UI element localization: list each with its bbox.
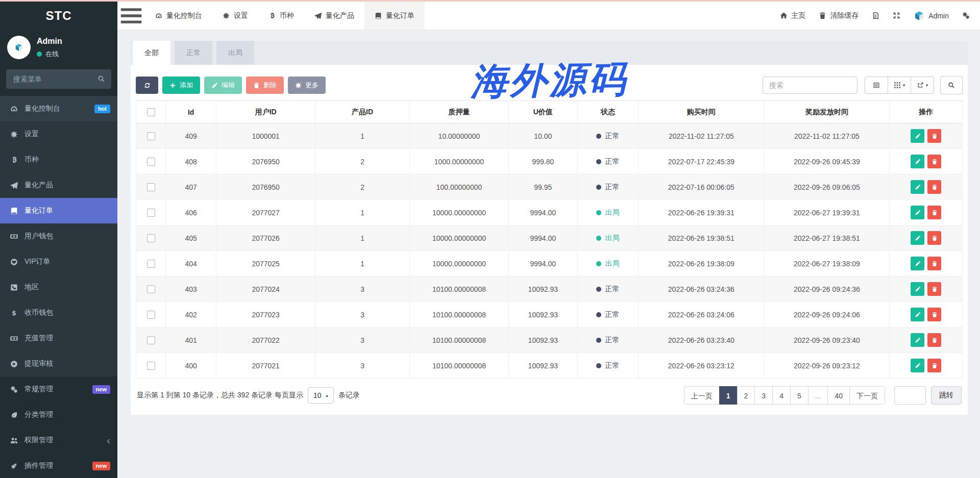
- sidebar-item-4[interactable]: 量化产品: [0, 172, 117, 198]
- row-checkbox[interactable]: [147, 285, 155, 293]
- delete-row-button[interactable]: [927, 282, 941, 296]
- edit-row-button[interactable]: [911, 231, 924, 245]
- search-icon[interactable]: [97, 75, 105, 83]
- column-header[interactable]: 购买时间: [639, 101, 764, 123]
- filter-tab[interactable]: 正常: [175, 41, 212, 65]
- column-header[interactable]: 用户ID: [216, 101, 315, 123]
- page-button[interactable]: 1: [719, 386, 738, 405]
- edit-row-button[interactable]: [911, 155, 924, 168]
- edit-row-button[interactable]: [911, 129, 924, 143]
- edit-row-button[interactable]: [911, 282, 924, 296]
- table-search-input[interactable]: [763, 77, 857, 94]
- topnav-tab[interactable]: 设置: [212, 2, 258, 30]
- page-button[interactable]: 5: [790, 386, 808, 405]
- sidebar-item-6[interactable]: 用户钱包: [0, 223, 117, 249]
- add-button[interactable]: 添加: [162, 77, 200, 94]
- sidebar-item-15[interactable]: 插件管理new: [0, 453, 117, 478]
- cell-id: 400: [166, 353, 216, 379]
- row-checkbox[interactable]: [147, 260, 155, 268]
- refresh-button[interactable]: [136, 77, 158, 94]
- detail-view-button[interactable]: [865, 77, 888, 94]
- cell-pledge: 1000.00000000: [409, 149, 508, 174]
- sidebar-item-2[interactable]: 设置: [0, 121, 117, 147]
- row-checkbox[interactable]: [147, 336, 155, 344]
- edit-row-button[interactable]: [911, 333, 924, 347]
- delete-row-button[interactable]: [927, 129, 941, 143]
- hamburger-icon[interactable]: [117, 2, 145, 30]
- search-submit-button[interactable]: [940, 76, 963, 94]
- sidebar-item-12[interactable]: 常规管理new: [0, 376, 117, 402]
- delete-row-button[interactable]: [927, 206, 941, 219]
- edit-row-button[interactable]: [911, 308, 924, 321]
- topnav-tab[interactable]: 量化订单: [364, 2, 425, 30]
- row-checkbox[interactable]: [147, 183, 155, 191]
- topnav-right: 主页 清除缓存 Admin: [780, 2, 980, 30]
- topnav-tab[interactable]: 量化产品: [304, 2, 364, 30]
- edit-row-button[interactable]: [911, 257, 924, 270]
- column-header[interactable]: U价值: [509, 101, 577, 123]
- more-button[interactable]: 更多: [288, 77, 326, 94]
- fullscreen-button[interactable]: [893, 12, 900, 19]
- home-link[interactable]: 主页: [780, 11, 805, 20]
- select-all-checkbox[interactable]: [147, 108, 155, 116]
- topnav-tab[interactable]: 量化控制台: [145, 2, 212, 30]
- row-checkbox[interactable]: [147, 311, 155, 319]
- filter-tab[interactable]: 出局: [216, 41, 254, 65]
- menu-search-input[interactable]: [6, 69, 111, 89]
- user-menu[interactable]: Admin: [914, 10, 949, 21]
- column-header[interactable]: 奖励发放时间: [764, 101, 890, 123]
- export-button[interactable]: ▾: [911, 77, 934, 94]
- delete-row-button[interactable]: [927, 231, 941, 245]
- delete-row-button[interactable]: [927, 333, 941, 347]
- edit-row-button[interactable]: [911, 180, 924, 194]
- sidebar-item-13[interactable]: 分类管理: [0, 402, 117, 427]
- delete-row-button[interactable]: [927, 155, 941, 168]
- next-page-button[interactable]: 下一页: [849, 386, 885, 405]
- edit-button[interactable]: 编辑: [204, 77, 242, 94]
- clear-cache-link[interactable]: 清除缓存: [819, 11, 859, 20]
- page-button[interactable]: 40: [827, 386, 850, 405]
- edit-row-button[interactable]: [911, 206, 924, 219]
- columns-button[interactable]: ▾: [888, 77, 911, 94]
- language-button[interactable]: [872, 12, 879, 19]
- sidebar-item-9[interactable]: $收币钱包: [0, 300, 117, 325]
- jump-page-input[interactable]: [894, 386, 926, 405]
- column-header[interactable]: 状态: [577, 101, 639, 123]
- sidebar-item-7[interactable]: VIP订单: [0, 249, 117, 274]
- settings-button[interactable]: [962, 12, 970, 19]
- brand-logo[interactable]: STC: [0, 2, 117, 30]
- row-checkbox[interactable]: [147, 362, 155, 370]
- delete-row-button[interactable]: [927, 359, 941, 372]
- row-checkbox[interactable]: [147, 158, 155, 166]
- column-header[interactable]: 操作: [890, 101, 963, 123]
- sidebar-item-3[interactable]: 币种: [0, 147, 117, 172]
- column-header[interactable]: Id: [166, 101, 216, 123]
- prev-page-button[interactable]: 上一页: [684, 386, 720, 405]
- row-checkbox[interactable]: [147, 209, 155, 217]
- sidebar-item-1[interactable]: 量化控制台hot: [0, 96, 117, 121]
- gauge-icon: [9, 105, 18, 113]
- delete-row-button[interactable]: [927, 257, 941, 270]
- row-checkbox[interactable]: [147, 234, 155, 242]
- column-header[interactable]: 产品ID: [315, 101, 410, 123]
- page-button[interactable]: 3: [754, 386, 773, 405]
- page-button[interactable]: 2: [737, 386, 755, 405]
- sidebar-item-11[interactable]: 提现审核: [0, 351, 117, 376]
- row-checkbox[interactable]: [147, 132, 155, 140]
- avatar[interactable]: [7, 36, 31, 59]
- topnav-tab[interactable]: 币种: [258, 2, 304, 30]
- sidebar-item-8[interactable]: 地区: [0, 274, 117, 300]
- jump-button[interactable]: 跳转: [931, 386, 962, 405]
- sidebar-item-14[interactable]: 权限管理‹: [0, 427, 117, 453]
- page-size-select[interactable]: 10 ▴: [308, 387, 334, 404]
- edit-row-button[interactable]: [911, 359, 924, 372]
- delete-row-button[interactable]: [927, 308, 941, 321]
- sidebar-item-10[interactable]: 充值管理: [0, 325, 117, 351]
- delete-row-button[interactable]: [927, 180, 941, 194]
- chevron-left-icon[interactable]: ‹: [107, 435, 110, 445]
- column-header[interactable]: 质押量: [409, 101, 508, 123]
- sidebar-item-5[interactable]: 量化订单: [0, 198, 117, 223]
- filter-tab[interactable]: 全部: [133, 41, 170, 65]
- delete-button[interactable]: 删除: [246, 77, 284, 94]
- page-button[interactable]: 4: [772, 386, 791, 405]
